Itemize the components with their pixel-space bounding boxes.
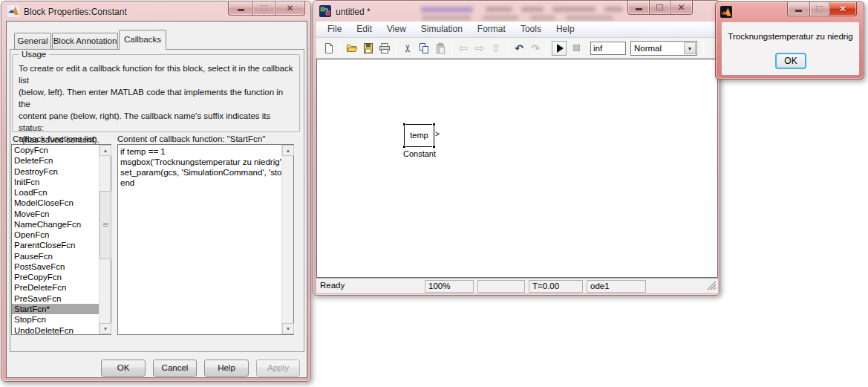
maximize-button[interactable] xyxy=(810,2,829,16)
constant-block[interactable]: temp xyxy=(404,124,434,147)
help-button[interactable]: Help xyxy=(204,360,249,377)
scroll-up-icon[interactable]: ▲ xyxy=(99,145,111,156)
menu-edit[interactable]: Edit xyxy=(349,22,379,37)
menu-view[interactable]: View xyxy=(379,22,414,37)
go-back-button-disabled[interactable]: ⇦ xyxy=(455,40,471,56)
simulink-model-window: untitled * ✕ File Edit View Simulation F… xyxy=(313,0,720,296)
dialog-client-area: General Block Annotation Callbacks Usage… xyxy=(6,21,307,378)
close-button[interactable]: ✕ xyxy=(275,1,305,16)
callback-list-item[interactable]: PostSaveFcn xyxy=(12,261,99,272)
callback-list-items: CopyFcnDeleteFcnDestroyFcnInitFcnLoadFcn… xyxy=(12,145,99,334)
minimize-button[interactable] xyxy=(787,2,810,16)
glass-smudge xyxy=(566,16,613,20)
tab-general[interactable]: General xyxy=(14,33,51,49)
simulink-window-controls: ✕ xyxy=(627,1,693,15)
menu-help[interactable]: Help xyxy=(549,22,582,37)
callback-list-item[interactable]: PauseFcn xyxy=(12,251,99,261)
model-canvas[interactable]: temp > Constant xyxy=(316,59,718,278)
selection-handle[interactable] xyxy=(402,123,406,126)
callback-list-item[interactable]: MoveFcn xyxy=(12,209,99,219)
cut-button[interactable]: ✂ xyxy=(399,40,416,56)
menu-simulation[interactable]: Simulation xyxy=(414,22,470,37)
close-button[interactable]: ✕ xyxy=(829,2,857,16)
stop-simulation-button-disabled[interactable] xyxy=(568,40,584,56)
selection-handle[interactable] xyxy=(432,145,436,149)
callback-functions-listbox[interactable]: CopyFcnDeleteFcnDestroyFcnInitFcnLoadFcn… xyxy=(11,144,111,335)
callback-list-item[interactable]: DeleteFcn xyxy=(12,155,99,166)
menu-tools[interactable]: Tools xyxy=(513,22,549,37)
callback-list-item[interactable]: ParentCloseFcn xyxy=(12,240,99,250)
code-lines: if temp == 1msgbox('Trocknungstemperatur… xyxy=(118,145,281,334)
callback-list-item[interactable]: CopyFcn xyxy=(12,145,99,155)
msgbox-ok-button[interactable]: OK xyxy=(775,53,806,69)
callback-list-item[interactable]: UndoDeleteFcn xyxy=(12,325,99,334)
callback-list-item[interactable]: InitFcn xyxy=(12,177,99,187)
resize-grip[interactable] xyxy=(707,281,717,292)
minimize-icon xyxy=(238,9,244,11)
callback-list-item[interactable]: NameChangeFcn xyxy=(12,219,99,230)
callback-list-item[interactable]: OpenFcn xyxy=(12,230,99,240)
toolbar-separator xyxy=(340,42,341,55)
scrollbar-thumb[interactable] xyxy=(99,191,111,259)
msgbox-window-controls: ✕ xyxy=(787,2,857,16)
cancel-button[interactable]: Cancel xyxy=(153,360,197,377)
start-simulation-button[interactable] xyxy=(552,41,567,56)
scroll-down-icon[interactable]: ▼ xyxy=(99,323,111,334)
glass-smudge xyxy=(521,7,544,12)
callback-list-item[interactable]: StartFcn* xyxy=(12,304,99,314)
list-scrollbar[interactable]: ▲ ▼ xyxy=(99,145,111,334)
up-arrow-icon: ⇧ xyxy=(492,42,501,53)
maximize-icon xyxy=(816,6,823,12)
callback-list-item[interactable]: ModelCloseFcn xyxy=(12,198,99,208)
paste-button-disabled[interactable] xyxy=(432,40,448,56)
new-model-button[interactable] xyxy=(321,40,337,56)
scroll-down-icon[interactable]: ▼ xyxy=(282,323,294,334)
apply-button[interactable]: Apply xyxy=(256,360,300,377)
callback-list-item[interactable]: DestroyFcn xyxy=(12,166,99,177)
redo-button-disabled[interactable]: ↷ xyxy=(527,40,544,56)
open-button[interactable] xyxy=(344,40,360,56)
close-button[interactable]: ✕ xyxy=(670,1,693,15)
save-button[interactable] xyxy=(360,40,376,56)
scroll-up-icon[interactable]: ▲ xyxy=(282,145,294,156)
code-line: msgbox('Trocknungstemperatur zu niedrig'… xyxy=(120,157,281,167)
tab-callbacks[interactable]: Callbacks xyxy=(119,30,166,50)
glass-smudge xyxy=(486,7,512,12)
right-arrow-icon: ⇨ xyxy=(475,42,485,53)
code-line: set_param(gcs, 'SimulationCommand', 'sto… xyxy=(120,167,281,178)
editor-scrollbar[interactable]: ▲ ▼ xyxy=(281,145,293,334)
msgbox-message: Trocknungstemperatur zu niedrig xyxy=(722,32,859,41)
callback-content-editor[interactable]: if temp == 1msgbox('Trocknungstemperatur… xyxy=(117,144,294,335)
code-line: if temp == 1 xyxy=(120,146,281,157)
go-forward-button-disabled[interactable]: ⇨ xyxy=(471,40,488,56)
maximize-icon xyxy=(261,5,267,11)
simulation-mode-dropdown[interactable]: Normal ▼ xyxy=(630,41,697,56)
tab-block-annotation[interactable]: Block Annotation xyxy=(52,33,118,49)
undo-button[interactable]: ↶ xyxy=(511,40,527,56)
output-port-icon[interactable]: > xyxy=(435,130,440,138)
block-properties-window: Block Properties:Constant ✕ General Bloc… xyxy=(1,1,311,382)
callback-list-item[interactable]: PreDeleteFcn xyxy=(12,282,99,293)
matlab-icon xyxy=(7,5,19,17)
menu-file[interactable]: File xyxy=(320,22,349,37)
code-line: end xyxy=(120,178,281,188)
menu-format[interactable]: Format xyxy=(470,22,513,37)
ok-button[interactable]: OK xyxy=(101,360,146,377)
chevron-down-icon[interactable]: ▼ xyxy=(684,42,696,54)
glass-smudge xyxy=(604,7,623,12)
print-button[interactable] xyxy=(376,40,393,56)
go-up-button-disabled[interactable]: ⇧ xyxy=(488,40,504,56)
maximize-button[interactable] xyxy=(650,1,670,15)
callback-list-item[interactable]: LoadFcn xyxy=(12,187,99,198)
copy-button[interactable] xyxy=(416,40,432,56)
selection-handle[interactable] xyxy=(432,123,436,126)
selection-handle[interactable] xyxy=(402,145,406,149)
minimize-button[interactable] xyxy=(627,1,650,15)
callback-list-item[interactable]: StopFcn xyxy=(12,314,99,325)
undo-icon: ↶ xyxy=(515,43,523,53)
simulation-stop-time-input[interactable] xyxy=(590,42,626,55)
minimize-button[interactable] xyxy=(228,1,253,16)
callback-list-item[interactable]: PreSaveFcn xyxy=(12,293,99,304)
callback-list-item[interactable]: PreCopyFcn xyxy=(12,272,99,282)
maximize-button[interactable] xyxy=(253,1,275,16)
